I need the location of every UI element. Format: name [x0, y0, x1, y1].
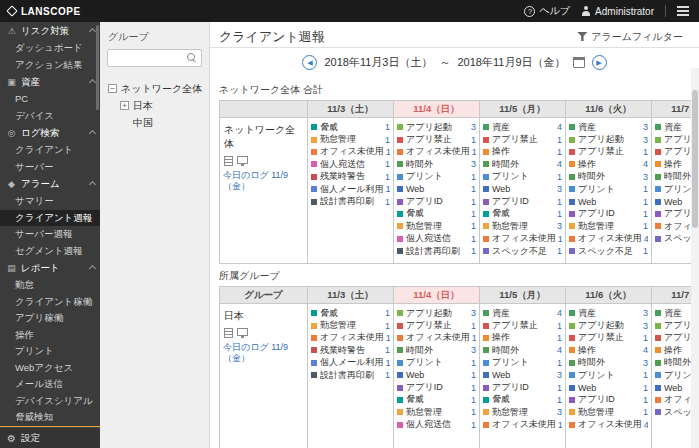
sidebar-item[interactable]: ダッシュボード — [0, 40, 100, 57]
alarm-count-link[interactable]: 1 — [469, 407, 476, 417]
alarm-count-link[interactable]: 1 — [470, 333, 476, 343]
alarm-count-link[interactable]: 1 — [641, 147, 648, 157]
alarm-count-link[interactable]: 1 — [469, 197, 476, 207]
sidebar-section-header[interactable]: ◎ログ検索 — [0, 124, 100, 142]
alarm-count-link[interactable]: 1 — [469, 221, 476, 231]
alarm-count-link[interactable]: 4 — [555, 308, 562, 318]
alarm-count-link[interactable]: 1 — [383, 184, 390, 194]
sidebar-item[interactable]: サーバー — [0, 159, 100, 176]
alarm-count-link[interactable]: 3 — [555, 221, 562, 231]
alarm-count-link[interactable]: 1 — [383, 172, 390, 182]
alarm-count-link[interactable]: 1 — [641, 221, 648, 231]
alarm-count-link[interactable]: 1 — [470, 147, 476, 157]
alarm-count-link[interactable]: 1 — [469, 172, 476, 182]
alarm-count-link[interactable]: 3 — [641, 308, 648, 318]
alarm-count-link[interactable]: 1 — [641, 407, 648, 417]
hamburger-menu-icon[interactable] — [677, 6, 689, 16]
alarm-count-link[interactable]: 1 — [383, 308, 390, 318]
alarm-count-link[interactable]: 3 — [641, 358, 648, 368]
sidebar-section-header[interactable]: ◆アラーム — [0, 175, 100, 193]
help-button[interactable]: ? ヘルプ — [524, 4, 570, 18]
alarm-count-link[interactable]: 3 — [641, 172, 648, 182]
alarm-count-link[interactable]: 4 — [555, 159, 562, 169]
alarm-count-link[interactable]: 1 — [641, 209, 648, 219]
alarm-count-link[interactable]: 3 — [641, 321, 648, 331]
today-log-link[interactable]: 今日のログ 11/9（金） — [223, 342, 304, 364]
computer-icon[interactable] — [237, 328, 248, 336]
alarm-count-link[interactable]: 1 — [555, 333, 562, 343]
alarm-count-link[interactable]: 3 — [469, 159, 476, 169]
alarm-count-link[interactable]: 1 — [469, 246, 476, 256]
sidebar-item[interactable]: クライアント — [0, 142, 100, 159]
alarm-count-link[interactable]: 3 — [555, 407, 562, 417]
alarm-count-link[interactable]: 1 — [469, 358, 476, 368]
sidebar-section-header[interactable]: ⚠リスク対策 — [0, 22, 100, 40]
search-icon[interactable] — [187, 53, 195, 61]
calendar-icon[interactable] — [573, 57, 585, 68]
alarm-count-link[interactable]: 4 — [555, 345, 562, 355]
alarm-count-link[interactable]: 1 — [469, 184, 476, 194]
alarm-count-link[interactable]: 1 — [383, 159, 390, 169]
alarm-count-link[interactable]: 3 — [555, 370, 562, 380]
alarm-count-link[interactable]: 1 — [383, 321, 390, 331]
alarm-count-link[interactable]: 3 — [469, 308, 476, 318]
alarm-count-link[interactable]: 1 — [383, 370, 390, 380]
alarm-count-link[interactable]: 1 — [641, 395, 648, 405]
sidebar-item[interactable]: セグメント週報 — [0, 243, 100, 260]
alarm-count-link[interactable]: 1 — [641, 184, 648, 194]
alarm-count-link[interactable]: 4 — [641, 345, 648, 355]
alarm-count-link[interactable]: 1 — [555, 321, 562, 331]
alarm-count-link[interactable]: 1 — [383, 135, 390, 145]
collapse-icon[interactable]: − — [108, 84, 117, 93]
today-log-link[interactable]: 今日のログ 11/9（金） — [223, 170, 304, 192]
alarm-count-link[interactable]: 1 — [383, 358, 390, 368]
sidebar-item[interactable]: Webアクセス — [0, 360, 100, 377]
tree-item[interactable]: −ネットワーク全体 — [100, 80, 209, 97]
alarm-count-link[interactable]: 1 — [469, 420, 476, 430]
alarm-count-link[interactable]: 1 — [555, 147, 562, 157]
alarm-count-link[interactable]: 1 — [383, 345, 390, 355]
alarm-count-link[interactable]: 1 — [641, 370, 648, 380]
alarm-count-link[interactable]: 1 — [555, 209, 562, 219]
alarm-count-link[interactable]: 1 — [555, 246, 562, 256]
alarm-count-link[interactable]: 1 — [469, 395, 476, 405]
alarm-count-link[interactable]: 1 — [469, 234, 476, 244]
sidebar-item[interactable]: デバイスシリアル — [0, 393, 100, 410]
alarm-count-link[interactable]: 3 — [641, 122, 648, 132]
alarm-count-link[interactable]: 4 — [641, 159, 648, 169]
sidebar-item[interactable]: 勤怠 — [0, 277, 100, 294]
sidebar-item[interactable]: アクション結果 — [0, 57, 100, 74]
alarm-count-link[interactable]: 1 — [383, 122, 390, 132]
vertical-scrollbar-thumb[interactable] — [692, 90, 698, 228]
sidebar-item[interactable]: クライアント稼働 — [0, 294, 100, 311]
alarm-count-link[interactable]: 1 — [555, 135, 562, 145]
sidebar-item[interactable]: サマリー — [0, 193, 100, 210]
sidebar-item[interactable]: サーバー週報 — [0, 226, 100, 243]
report-icon[interactable] — [224, 328, 233, 338]
sidebar-item[interactable]: 操作 — [0, 327, 100, 344]
alarm-count-link[interactable]: 1 — [469, 209, 476, 219]
alarm-count-link[interactable]: 1 — [469, 321, 476, 331]
computer-icon[interactable] — [237, 156, 248, 164]
sidebar-item[interactable]: サーバー — [0, 426, 100, 428]
alarm-count-link[interactable]: 1 — [641, 197, 648, 207]
next-week-button[interactable]: ▶ — [592, 55, 607, 70]
alarm-count-link[interactable]: 1 — [469, 370, 476, 380]
previous-week-button[interactable]: ◀ — [302, 55, 317, 70]
sidebar-item[interactable]: プリント — [0, 343, 100, 360]
sidebar-item[interactable]: デバイス — [0, 108, 100, 125]
alarm-count-link[interactable]: 3 — [469, 345, 476, 355]
sidebar-section-header[interactable]: ▤レポート — [0, 259, 100, 277]
sidebar-scrollbar[interactable] — [96, 25, 99, 110]
alarm-count-link[interactable]: 3 — [641, 135, 648, 145]
alarm-count-link[interactable]: 1 — [641, 333, 648, 343]
alarm-count-link[interactable]: 1 — [641, 246, 648, 256]
alarm-count-link[interactable]: 1 — [556, 234, 562, 244]
alarm-count-link[interactable]: 1 — [555, 383, 562, 393]
sidebar-item[interactable]: PC — [0, 91, 100, 108]
tree-item[interactable]: +日本 — [100, 97, 209, 114]
alarm-count-link[interactable]: 4 — [642, 234, 648, 244]
sidebar-item[interactable]: メール送信 — [0, 376, 100, 393]
sidebar-item-settings[interactable]: ⚙ 設定 — [0, 427, 100, 448]
alarm-count-link[interactable]: 1 — [384, 333, 390, 343]
